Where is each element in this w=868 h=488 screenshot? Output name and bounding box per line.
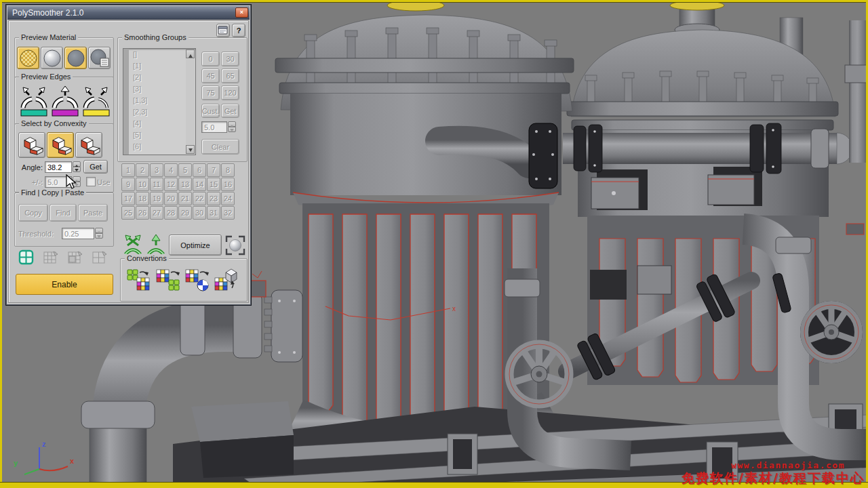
sg-number-button[interactable]: 28	[164, 206, 178, 220]
angle-get-button[interactable]: Get	[83, 160, 108, 174]
sg-number-button[interactable]: 12	[164, 178, 178, 191]
window-title: PolySmoother 2.1.0	[12, 8, 83, 18]
sg-number-button[interactable]: 23	[207, 192, 220, 205]
sg-number-button[interactable]: 26	[136, 206, 149, 220]
find-button[interactable]: Find	[50, 204, 77, 222]
concave-edges-button[interactable]	[51, 85, 79, 117]
scroll-up-button[interactable]	[186, 49, 195, 58]
sg-number-button[interactable]: 3	[150, 163, 163, 177]
close-button[interactable]: ×	[235, 7, 248, 18]
threshold-label: Threshold:	[18, 230, 54, 238]
sg-number-button[interactable]: 25	[121, 206, 135, 220]
sg-number-button[interactable]: 19	[150, 192, 163, 205]
sg-number-button[interactable]: 20	[164, 192, 178, 205]
select-both-button[interactable]	[47, 132, 74, 158]
sg-number-button[interactable]: 15	[207, 178, 220, 191]
sg-number-button[interactable]: 17	[121, 192, 135, 205]
material-flat-button[interactable]	[64, 47, 87, 69]
copy-button[interactable]: Copy	[18, 204, 48, 222]
sg-number-button[interactable]: 7	[207, 163, 220, 177]
use-label: Use	[97, 178, 111, 186]
convert-groups-to-quads-button[interactable]	[155, 268, 181, 292]
sg-number-button[interactable]: 6	[193, 163, 206, 177]
select-convex-button[interactable]	[18, 132, 45, 158]
quick-angle-button[interactable]: 30	[221, 52, 239, 66]
mixed-edges-button[interactable]	[82, 85, 111, 117]
about-button[interactable]	[216, 24, 230, 37]
preview-sphere-button[interactable]	[224, 235, 246, 256]
watermark-url: www.diannaojia.com	[731, 460, 845, 470]
convert-groups-to-material-button[interactable]	[184, 268, 210, 292]
sg-number-button[interactable]: 29	[178, 206, 192, 220]
sg-number-button[interactable]: 22	[193, 192, 206, 205]
threshold-spinner[interactable]	[95, 228, 103, 239]
sg-number-button[interactable]: 24	[221, 192, 235, 205]
sg-number-button[interactable]: 16	[221, 178, 235, 191]
sg-number-button[interactable]: 14	[193, 178, 206, 191]
help-button[interactable]: ?	[232, 24, 245, 37]
display-all-groups-button[interactable]	[17, 249, 36, 266]
get-angle-button[interactable]: Get	[221, 104, 239, 118]
enable-button[interactable]: Enable	[16, 274, 113, 295]
grid-pick-icon	[66, 249, 84, 266]
select-concave-button[interactable]	[75, 132, 102, 158]
svg-text:z: z	[42, 440, 46, 448]
convert-quads-to-groups-button[interactable]	[126, 268, 152, 292]
angle-field[interactable]	[45, 161, 72, 173]
clear-button[interactable]: Clear	[201, 139, 239, 155]
sg-angle-field[interactable]	[201, 121, 227, 133]
quick-angle-button[interactable]: 0	[201, 52, 220, 66]
quick-angle-button[interactable]: 75	[201, 85, 220, 100]
scroll-down-button[interactable]	[186, 145, 195, 154]
sg-number-button[interactable]: 4	[164, 163, 178, 177]
sg-angle-spinner[interactable]	[228, 121, 236, 133]
sg-number-button[interactable]: 13	[178, 178, 192, 191]
smoothing-groups-list[interactable]: [][1][2][3][1,3][2,3][4][5][6]	[123, 48, 196, 155]
break-edges-button[interactable]	[123, 234, 143, 257]
convex-edges-button[interactable]	[20, 85, 48, 117]
list-scrollbar[interactable]	[186, 49, 195, 154]
convert-groups-to-mesh-button[interactable]	[214, 268, 239, 292]
sg-number-button[interactable]: 5	[178, 163, 192, 177]
sg-number-button[interactable]: 30	[193, 206, 206, 220]
shiny-sphere-icon	[43, 49, 62, 68]
viewport-border-top	[0, 0, 868, 2]
title-bar[interactable]: PolySmoother 2.1.0	[7, 6, 250, 20]
pick-group-button-3[interactable]	[90, 249, 109, 266]
sg-number-button[interactable]: 9	[121, 178, 135, 191]
quick-angle-button[interactable]: 65	[221, 68, 239, 83]
material-shiny-button[interactable]	[41, 47, 63, 69]
optimize-button[interactable]: Optimize	[169, 235, 222, 256]
quick-angle-button[interactable]: 120	[221, 85, 239, 100]
smoothing-groups-label: Smoothing Groups	[122, 33, 189, 41]
sg-number-button[interactable]: 10	[136, 178, 149, 191]
custom-angle-button[interactable]: Cust.	[201, 104, 220, 118]
paste-button[interactable]: Paste	[78, 204, 108, 222]
list-gutter	[123, 49, 129, 155]
use-checkbox[interactable]	[86, 177, 96, 186]
quick-angle-buttons: 030456575120	[201, 52, 239, 100]
sg-number-button[interactable]: 21	[178, 192, 192, 205]
sg-number-button[interactable]: 1	[121, 163, 135, 177]
unify-edges-button[interactable]	[146, 234, 166, 257]
sg-number-button[interactable]: 8	[221, 163, 235, 177]
svg-text:x: x	[452, 305, 456, 312]
material-properties-button[interactable]	[88, 47, 111, 69]
sg-number-button[interactable]: 11	[150, 178, 163, 191]
angle-spinner[interactable]	[73, 161, 81, 173]
sg-number-button[interactable]: 31	[207, 206, 220, 220]
threshold-field[interactable]	[62, 228, 94, 239]
sg-number-button[interactable]: 32	[221, 206, 235, 220]
tolerance-label: +/-:	[18, 178, 43, 186]
material-checker-button[interactable]	[17, 47, 39, 69]
quick-angle-button[interactable]: 45	[201, 68, 220, 83]
concave-step-icon	[77, 135, 100, 156]
sg-number-button[interactable]: 18	[136, 192, 149, 205]
both-step-icon	[49, 135, 72, 156]
pick-group-button-2[interactable]	[66, 249, 85, 266]
flat-sphere-icon	[66, 49, 85, 68]
sg-number-button[interactable]: 2	[136, 163, 149, 177]
angle-label: Angle:	[18, 163, 43, 171]
sg-number-button[interactable]: 27	[150, 206, 163, 220]
pick-group-button-1[interactable]	[41, 249, 60, 266]
